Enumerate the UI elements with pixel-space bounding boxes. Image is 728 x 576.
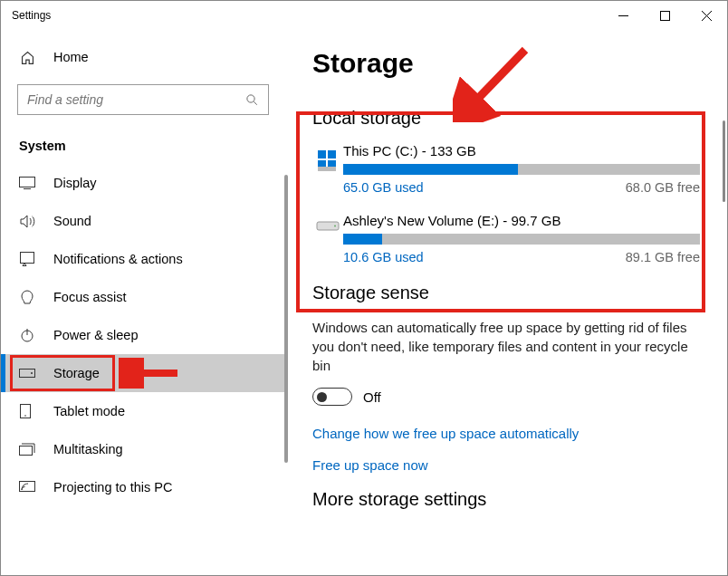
storage-sense-toggle[interactable] xyxy=(312,388,352,406)
svg-point-15 xyxy=(24,415,26,417)
sidebar: Home System Display Sound Notifications … xyxy=(1,30,285,575)
sidebar-item-display[interactable]: Display xyxy=(1,164,285,202)
drive-hdd-icon xyxy=(312,213,343,264)
local-storage-title: Local storage xyxy=(312,108,700,129)
svg-rect-6 xyxy=(20,178,35,187)
power-icon xyxy=(19,327,35,343)
usage-bar xyxy=(343,234,700,245)
sidebar-item-focus-assist[interactable]: Focus assist xyxy=(1,278,285,316)
sidebar-home-label: Home xyxy=(53,50,89,64)
drive-os-icon xyxy=(312,143,343,195)
sidebar-item-label: Notifications & actions xyxy=(53,252,183,266)
selected-marker xyxy=(1,354,5,392)
minimize-button[interactable] xyxy=(602,1,644,30)
svg-rect-23 xyxy=(318,167,336,171)
change-free-up-link[interactable]: Change how we free up space automaticall… xyxy=(312,426,700,441)
focus-assist-icon xyxy=(19,289,35,305)
sidebar-item-label: Display xyxy=(53,176,97,190)
search-input[interactable] xyxy=(27,92,245,107)
main-scrollbar[interactable] xyxy=(723,120,725,202)
sidebar-item-notifications[interactable]: Notifications & actions xyxy=(1,240,285,278)
svg-point-12 xyxy=(31,372,33,374)
storage-sense-description: Windows can automatically free up space … xyxy=(312,318,693,375)
tablet-icon xyxy=(19,403,35,419)
sidebar-item-label: Tablet mode xyxy=(53,404,125,418)
titlebar: Settings xyxy=(1,1,727,30)
sidebar-item-label: Multitasking xyxy=(53,442,123,456)
home-icon xyxy=(19,49,35,65)
svg-rect-20 xyxy=(328,150,336,158)
main-content: Storage Local storage This PC (C:) - 133… xyxy=(285,30,727,575)
sidebar-item-storage[interactable]: Storage xyxy=(1,354,285,392)
sidebar-item-projecting[interactable]: Projecting to this PC xyxy=(1,468,285,506)
drive-row[interactable]: Ashley's New Volume (E:) - 99.7 GB 10.6 … xyxy=(312,213,700,264)
sidebar-item-power-sleep[interactable]: Power & sleep xyxy=(1,316,285,354)
search-icon xyxy=(245,93,259,107)
storage-icon xyxy=(19,365,35,381)
svg-rect-19 xyxy=(318,150,326,158)
storage-sense-title: Storage sense xyxy=(312,283,700,303)
toggle-state-label: Off xyxy=(363,389,381,405)
drive-row[interactable]: This PC (C:) - 133 GB 65.0 GB used 68.0 … xyxy=(312,143,700,195)
sound-icon xyxy=(19,213,35,229)
sidebar-item-label: Focus assist xyxy=(53,290,127,304)
drive-used: 10.6 GB used xyxy=(343,250,424,264)
sidebar-home[interactable]: Home xyxy=(1,39,285,75)
free-up-now-link[interactable]: Free up space now xyxy=(312,457,700,473)
sidebar-item-label: Power & sleep xyxy=(53,328,139,342)
projecting-icon xyxy=(19,479,35,495)
drive-name: Ashley's New Volume (E:) - 99.7 GB xyxy=(343,213,700,228)
sidebar-item-tablet-mode[interactable]: Tablet mode xyxy=(1,392,285,430)
notifications-icon xyxy=(19,251,35,267)
page-title: Storage xyxy=(312,48,700,79)
more-storage-title: More storage settings xyxy=(312,489,700,510)
svg-rect-1 xyxy=(660,11,669,20)
drive-used: 65.0 GB used xyxy=(343,180,424,195)
svg-line-5 xyxy=(254,101,256,104)
multitasking-icon xyxy=(19,441,35,457)
usage-bar xyxy=(343,164,700,175)
sidebar-item-label: Storage xyxy=(53,366,100,380)
drive-name: This PC (C:) - 133 GB xyxy=(343,143,700,158)
display-icon xyxy=(19,175,35,191)
sidebar-item-label: Projecting to this PC xyxy=(53,480,172,494)
search-box[interactable] xyxy=(17,84,269,115)
drive-free: 68.0 GB free xyxy=(626,180,700,195)
svg-point-25 xyxy=(334,226,336,227)
sidebar-item-multitasking[interactable]: Multitasking xyxy=(1,430,285,468)
window-controls xyxy=(602,1,727,30)
svg-rect-8 xyxy=(21,253,34,264)
window-title: Settings xyxy=(12,9,602,22)
svg-rect-16 xyxy=(20,446,33,456)
svg-point-4 xyxy=(247,94,254,101)
sidebar-category: System xyxy=(1,130,285,164)
close-button[interactable] xyxy=(685,1,727,30)
sidebar-item-label: Sound xyxy=(53,214,91,228)
maximize-button[interactable] xyxy=(644,1,685,30)
sidebar-item-sound[interactable]: Sound xyxy=(1,202,285,240)
drive-free: 89.1 GB free xyxy=(626,250,700,264)
